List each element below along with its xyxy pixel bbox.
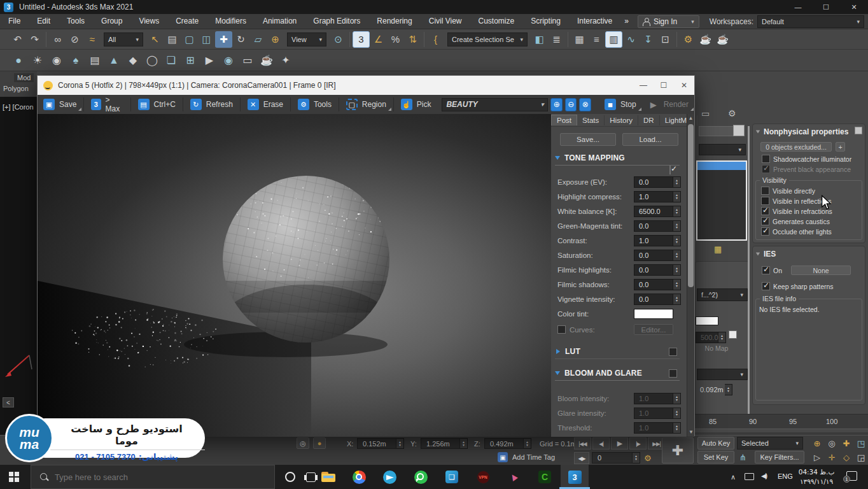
percent-snap-icon[interactable]: % [387, 31, 404, 48]
vfb-panel-scrollbar[interactable]: ▲ ▼ [687, 114, 694, 437]
telegram-icon[interactable] [375, 465, 403, 489]
occlude-lights-row[interactable]: Occlude other lights [761, 227, 862, 236]
vfb-close-button[interactable]: ✕ [674, 76, 694, 95]
light-color-swatch[interactable] [696, 316, 718, 325]
visible-reflections-checkbox[interactable] [761, 197, 769, 205]
next-frame-button[interactable]: |▶ [629, 437, 647, 450]
menu-create[interactable]: Create [167, 14, 207, 29]
selection-filter-dropdown[interactable]: All ▾ [104, 32, 143, 46]
sign-in-dropdown[interactable]: Sign In ▾ [638, 15, 699, 28]
maximize-viewport-icon[interactable]: ◲ [855, 451, 867, 464]
timeline-scroll-left-button[interactable]: < [3, 397, 14, 408]
modifier-stack-list[interactable] [696, 160, 747, 241]
bloom-glare-checkbox[interactable] [669, 369, 677, 378]
time-configuration-icon[interactable]: ⚙ [644, 453, 652, 463]
vpn-app-icon[interactable]: VPN [469, 465, 497, 489]
bloom-intensity-spinner[interactable]: 1.0 [634, 393, 681, 404]
spinner-snap-icon[interactable]: ⇅ [404, 31, 421, 48]
zoom-icon[interactable]: ◎ [825, 437, 838, 450]
align-icon[interactable]: ≣ [548, 31, 565, 48]
auto-key-button[interactable]: Auto Key [697, 437, 734, 450]
exposure-spinner[interactable]: 0.0 [634, 176, 681, 188]
add-time-tag[interactable]: ▣ Add Time Tag [498, 452, 555, 462]
nonphysical-header[interactable]: Nonphysical properties [755, 127, 848, 136]
corona-camera-icon[interactable]: ◉ [47, 52, 66, 69]
select-object-icon[interactable]: ↖ [146, 31, 164, 48]
pan-icon[interactable]: ✛ [825, 451, 838, 464]
current-frame-spinner[interactable]: 0 [592, 452, 640, 464]
scene-explorer-icon[interactable]: ▦ [571, 31, 588, 48]
lut-checkbox[interactable] [669, 348, 677, 356]
play-animation-button[interactable]: ▶ [611, 437, 628, 450]
select-place-icon[interactable]: ⊕ [267, 31, 284, 48]
corona-light-icon[interactable]: ● [9, 52, 28, 69]
green-magenta-spinner[interactable]: 0.0 [634, 220, 681, 232]
fov-icon[interactable]: ▷ [811, 451, 823, 464]
redo-icon[interactable]: ↷ [26, 31, 43, 48]
visible-directly-row[interactable]: Visible directly [761, 187, 862, 195]
tree-icon[interactable]: ▲ [104, 52, 123, 69]
viewport-left-edge[interactable]: [+] [Coron < [0, 97, 37, 435]
corona-ring-icon[interactable]: ◯ [143, 52, 162, 69]
corona-sun-icon[interactable]: ☀ [28, 52, 47, 69]
selection-lock-icon[interactable]: ● [313, 437, 326, 449]
select-rotate-icon[interactable]: ↻ [232, 31, 249, 48]
clock[interactable]: 04:34 ب.ظ ۱۳۹۹/۱۱/۱۹ [795, 467, 837, 486]
zoom-all-icon[interactable]: ✚ [840, 437, 853, 450]
menu-scripting[interactable]: Scripting [522, 14, 569, 29]
tab-dr[interactable]: DR [638, 115, 660, 125]
bulb-icon[interactable]: ✦ [276, 52, 295, 69]
language-indicator[interactable]: ENG [778, 472, 793, 480]
objects-excluded-button[interactable]: 0 objects excluded... [760, 142, 832, 152]
use-pivot-center-icon[interactable]: ⊙ [330, 31, 347, 48]
autogrid-icon[interactable]: ⊞ [181, 52, 200, 69]
vfb-stop-button[interactable]: ■ Stop [599, 97, 642, 112]
curves-checkbox[interactable] [557, 325, 566, 334]
keep-sharp-row[interactable]: Keep sharp patterns [762, 282, 834, 290]
proxy-icon[interactable]: ◆ [123, 52, 143, 69]
partial-dropdown[interactable]: ▾ [699, 144, 746, 155]
highlight-compress-spinner[interactable]: 1.0 [634, 191, 681, 202]
render-production-icon[interactable]: ☕ [714, 31, 731, 48]
scroll-down-icon[interactable]: ▼ [687, 428, 695, 437]
scrollbar-thumb[interactable] [688, 124, 694, 287]
filmic-highlights-spinner[interactable]: 0.0 [634, 264, 681, 276]
visible-reflections-row[interactable]: Visible in reflections [761, 197, 862, 205]
file-explorer-icon[interactable] [314, 465, 342, 489]
menu-file[interactable]: File [0, 14, 29, 29]
glare-intensity-spinner[interactable]: 1.0 [634, 408, 681, 419]
vfb-zoom-in-button[interactable]: ⊕ [550, 98, 563, 111]
video-player-icon[interactable]: ▶ [200, 52, 219, 69]
zoom-region-icon[interactable]: ◳ [855, 437, 867, 450]
3dsmax-taskbar-icon[interactable]: 3 [561, 465, 589, 489]
z-coordinate-spinner[interactable]: 0.492m [484, 438, 531, 449]
camera-add-icon[interactable]: ◉ [219, 52, 238, 69]
ribbon-toggle-icon[interactable]: ▥ [605, 31, 622, 48]
modifier-tab[interactable]: Mod [14, 73, 34, 82]
vfb-titlebar[interactable]: Corona 5 (Hotfix 2) | 798×449px (1:1) | … [38, 76, 694, 95]
vfb-zoom-out-button[interactable]: ⊖ [565, 98, 577, 111]
menu-graph-editors[interactable]: Graph Editors [305, 14, 368, 29]
scroll-up-icon[interactable]: ▲ [687, 114, 694, 123]
visible-directly-checkbox[interactable] [761, 187, 769, 195]
notes-app-icon[interactable]: ❏ [438, 465, 466, 489]
menu-overflow-icon[interactable]: » [620, 14, 633, 29]
units-dropdown[interactable]: ▾ [697, 369, 748, 380]
curves-editor-button[interactable]: Editor... [634, 324, 673, 335]
rendered-frame-window-icon[interactable]: ☕ [697, 31, 714, 48]
go-to-start-button[interactable]: |◀◀ [574, 437, 591, 450]
selected-stack-row[interactable] [697, 162, 746, 170]
render-setup-icon[interactable]: ⚙ [680, 31, 697, 48]
select-link-icon[interactable]: ∞ [49, 31, 66, 48]
rect-selection-region-icon[interactable]: ▢ [181, 31, 198, 48]
vignette-spinner[interactable]: 0.0 [634, 294, 681, 305]
set-key-mode-icon[interactable]: ⋔ [739, 453, 746, 462]
tray-chevron-icon[interactable]: ∧ [731, 473, 736, 481]
previous-frame-button[interactable]: ◀| [592, 437, 610, 450]
maximize-button[interactable]: ☐ [812, 0, 840, 14]
chrome-icon[interactable] [345, 465, 373, 489]
y-coordinate-spinner[interactable]: 1.256m [421, 438, 468, 449]
generates-caustics-checkbox[interactable] [761, 217, 769, 225]
lut-header[interactable]: LUT [556, 347, 681, 356]
whatsapp-icon[interactable] [407, 465, 435, 489]
